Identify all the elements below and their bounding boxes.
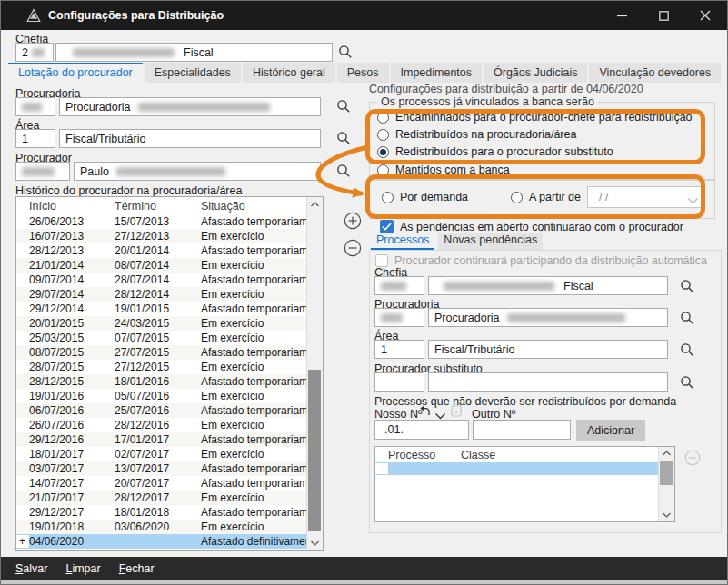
radio-option-mantidos[interactable]: Mantidos com a banca [377,164,510,176]
subtab-novas-pendencias[interactable]: Novas pendências [438,233,543,250]
table-row[interactable]: 28/12/201320/01/2014Afastado temporariam… [16,243,309,258]
table-row[interactable]: 19/01/201605/07/2016Em exercício [16,389,309,403]
right-area-code-input[interactable]: 1 [374,340,424,359]
search-icon[interactable] [336,131,351,145]
column-header-inicio[interactable]: Início [29,200,115,213]
table-row[interactable]: +04/06/2020Afastado definitivamente [16,534,309,549]
procurador-name-input[interactable]: Paulo [74,162,321,181]
tab-lotacao-do-procurador[interactable]: Lotação do procurador [8,63,143,83]
procurador-code-input[interactable] [15,162,70,181]
adicionar-button[interactable]: Adicionar [576,420,645,441]
table-row[interactable]: 29/12/201419/01/2015Afastado temporariam… [16,302,309,316]
right-procuradoria-name-input[interactable]: Procuradoria [428,308,668,327]
table-row[interactable]: 18/01/201702/07/2017Em exercício [16,447,309,461]
fechar-button[interactable]: Fechar [119,562,155,575]
radio-icon[interactable] [377,164,389,176]
table-row[interactable]: 28/07/201527/12/2015Em exercício [16,360,309,374]
table-row[interactable]: 21/07/201728/12/2017Em exercício [16,491,309,505]
radio-por-demanda[interactable]: Por demanda [382,191,468,203]
table-row[interactable]: 26/06/201315/07/2013Afastado temporariam… [16,214,309,229]
procurador-substituto-name-input[interactable] [428,372,668,392]
table-row[interactable]: 03/07/201713/07/2017Afastado temporariam… [16,461,309,476]
close-button[interactable] [684,1,726,30]
area-name-input[interactable]: Fiscal/Tributário [59,129,321,148]
radio-icon[interactable] [377,146,389,158]
scrollbar-thumb[interactable] [308,370,321,531]
processos-scrollbar[interactable] [658,447,674,521]
radio-a-partir-de[interactable]: A partir de [511,191,581,203]
historico-scrollbar[interactable] [306,197,323,550]
table-row[interactable]: 14/07/201720/07/2017Afastado temporariam… [16,476,309,491]
table-row[interactable]: 06/07/201625/07/2016Afastado temporariam… [16,403,309,418]
search-icon[interactable] [680,342,694,357]
table-row[interactable]: 19/01/201803/06/2020Em exercício [16,520,309,534]
maximize-button[interactable] [643,1,684,30]
radio-icon[interactable] [377,129,389,141]
tab-impedimentos[interactable]: Impedimentos [391,63,483,83]
tab-orgaos-judiciais[interactable]: Órgãos Judiciais [484,63,587,83]
nosso-no-input[interactable]: .01. [374,420,469,440]
scroll-down-icon[interactable] [307,536,322,550]
remove-record-button[interactable] [344,239,362,257]
table-row[interactable]: → [375,462,661,475]
procuradoria-name-input[interactable]: Procuradoria [59,97,321,116]
column-header-termino[interactable]: Término [115,200,201,213]
table-row[interactable]: 29/12/201617/01/2017Afastado temporariam… [16,432,309,447]
tab-especialidades[interactable]: Especialidades [145,63,241,83]
procuradoria-code-input[interactable] [15,97,55,116]
radio-icon[interactable] [382,192,394,203]
table-row[interactable]: 08/07/201527/07/2015Afastado temporariam… [16,345,309,360]
right-procuradoria-code-input[interactable] [374,308,424,327]
chefia-name-input[interactable]: Fiscal [55,43,333,62]
checkbox-checked-icon[interactable] [380,220,394,233]
undo-icon[interactable] [418,405,431,420]
outro-no-input[interactable] [473,420,571,440]
right-chefia-name-input[interactable]: Fiscal [428,276,668,295]
limpar-button[interactable]: Limpar [65,562,100,575]
minimize-button[interactable] [601,1,643,30]
scroll-up-icon[interactable] [307,197,322,212]
tab-vinculacao-devedores[interactable]: Vinculação devedores [589,63,721,83]
column-header-processo[interactable]: Processo [388,449,461,461]
procurador-substituto-code-input[interactable] [374,372,424,392]
search-icon[interactable] [336,164,351,178]
column-header-classe[interactable]: Classe [461,449,674,461]
search-icon[interactable] [680,375,694,390]
table-row[interactable]: 09/07/201428/07/2014Afastado temporariam… [16,273,309,287]
radio-option-encaminhados[interactable]: Encaminhados para o procurador-chefe par… [377,111,693,124]
date-combobox[interactable]: / / [587,186,705,208]
salvar-button[interactable]: Salvar [15,562,47,575]
table-row[interactable]: 20/01/201524/03/2015Em exercício [16,316,309,331]
table-row[interactable]: 21/01/201408/07/2014Em exercício [16,258,309,273]
radio-icon[interactable] [511,192,523,203]
table-row[interactable]: 29/12/201718/01/2018Afastado temporariam… [16,505,309,520]
tab-pesos[interactable]: Pesos [337,63,389,83]
search-icon[interactable] [338,45,353,59]
scrollbar-thumb[interactable] [660,461,673,485]
table-row[interactable]: 16/07/201327/12/2013Em exercício [16,229,309,243]
table-cell: 28/07/2014 [115,273,201,286]
right-chefia-code-input[interactable] [374,276,424,295]
radio-icon[interactable] [377,112,389,124]
table-row[interactable]: 28/12/201518/01/2016Afastado temporariam… [16,374,309,389]
search-icon[interactable] [680,311,694,325]
radio-option-redistribuidos-area[interactable]: Redistribuídos na procuradoria/área [377,128,576,141]
chevron-down-icon[interactable] [688,194,698,207]
tab-historico-geral[interactable]: Histórico geral [243,63,335,83]
right-area-name-input[interactable]: Fiscal/Tributário [428,340,668,359]
search-icon[interactable] [336,99,351,114]
scroll-down-icon[interactable] [659,509,673,521]
search-icon[interactable] [680,279,694,293]
title-bar[interactable]: Configurações para Distribuição [1,1,727,30]
scroll-up-icon[interactable] [659,447,673,460]
pendencias-checkbox-row[interactable]: As pendências em aberto continuarão com … [380,220,683,233]
table-row[interactable]: 29/07/201428/12/2014Em exercício [16,287,309,302]
area-code-input[interactable]: 1 [15,129,55,148]
table-row[interactable]: 26/07/201628/12/2016Em exercício [16,418,309,432]
add-record-button[interactable] [344,212,362,230]
subtab-processos[interactable]: Processos [371,233,434,250]
table-row[interactable]: 25/03/201507/07/2015Em exercício [16,331,309,345]
chefia-code-input[interactable]: 2 [15,43,54,62]
radio-option-redistribuidos-substituto[interactable]: Redistribuídos para o procurador substit… [377,145,613,158]
column-header-situacao[interactable]: Situação [201,200,323,213]
